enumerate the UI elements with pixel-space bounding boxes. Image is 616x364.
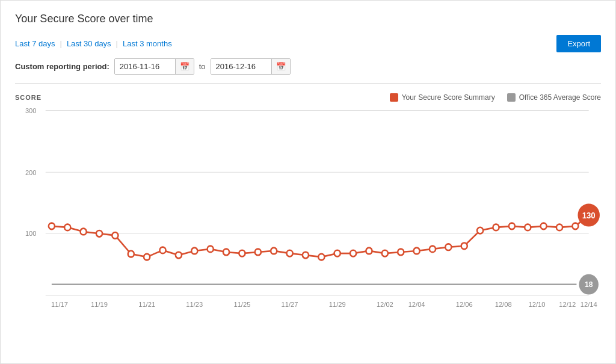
svg-point-11 [112, 232, 118, 239]
score-data-points [49, 223, 579, 261]
svg-text:11/27: 11/27 [282, 300, 298, 307]
page-title: Your Secure Score over time [15, 13, 601, 25]
to-date-input[interactable] [211, 59, 271, 74]
to-date-wrap: 📅 [211, 58, 291, 75]
svg-point-37 [525, 224, 531, 231]
svg-text:12/02: 12/02 [377, 300, 393, 307]
svg-point-15 [176, 252, 182, 259]
legend-your-score: Your Secure Score Summary [390, 93, 495, 102]
export-button[interactable]: Export [556, 35, 601, 52]
time-links: Last 7 days | Last 30 days | Last 3 mont… [15, 39, 172, 48]
chart-area: SCORE Your Secure Score Summary Office 3… [15, 93, 601, 334]
svg-text:11/17: 11/17 [51, 300, 68, 307]
controls-row: Last 7 days | Last 30 days | Last 3 mont… [15, 35, 601, 52]
svg-point-12 [128, 251, 134, 258]
svg-point-7 [49, 223, 55, 230]
svg-point-22 [286, 250, 292, 257]
svg-point-23 [303, 252, 309, 259]
svg-point-27 [366, 248, 372, 254]
main-container: Your Secure Score over time Last 7 days … [0, 0, 616, 364]
legend-avg-score-label: Office 365 Average Score [519, 93, 601, 102]
svg-point-10 [96, 230, 102, 237]
svg-text:12/06: 12/06 [456, 300, 473, 307]
svg-point-30 [414, 248, 420, 254]
svg-point-24 [318, 254, 324, 261]
svg-text:12/14: 12/14 [581, 300, 597, 307]
svg-text:12/04: 12/04 [408, 300, 425, 307]
svg-text:12/08: 12/08 [495, 300, 512, 307]
last-7-days-link[interactable]: Last 7 days [15, 39, 55, 48]
svg-point-16 [191, 248, 197, 254]
svg-point-19 [239, 250, 245, 257]
svg-point-29 [398, 249, 404, 256]
svg-point-35 [493, 224, 499, 231]
svg-text:100: 100 [25, 230, 37, 237]
svg-text:11/23: 11/23 [186, 300, 203, 307]
svg-point-20 [255, 249, 261, 256]
avg-score-value: 18 [585, 280, 593, 289]
svg-point-18 [223, 249, 229, 256]
legend-your-score-dot [390, 93, 398, 102]
svg-point-9 [81, 229, 87, 235]
custom-period-row: Custom reporting period: 📅 to 📅 [15, 58, 601, 75]
svg-text:11/19: 11/19 [91, 300, 108, 307]
svg-point-38 [541, 223, 547, 230]
current-score-value: 130 [582, 211, 596, 220]
svg-point-21 [271, 248, 277, 254]
svg-text:11/25: 11/25 [233, 300, 250, 307]
to-calendar-icon[interactable]: 📅 [271, 59, 290, 74]
from-date-input[interactable] [115, 59, 175, 74]
separator-2: | [116, 39, 118, 48]
svg-point-17 [208, 246, 214, 253]
legend-your-score-label: Your Secure Score Summary [402, 93, 495, 102]
from-calendar-icon[interactable]: 📅 [175, 59, 194, 74]
divider [15, 83, 601, 84]
svg-point-26 [350, 250, 356, 257]
svg-text:12/10: 12/10 [529, 300, 546, 307]
score-chart: 300 200 100 [15, 104, 601, 321]
svg-text:12/12: 12/12 [559, 300, 576, 307]
svg-point-25 [334, 250, 340, 257]
last-3-months-link[interactable]: Last 3 months [123, 39, 172, 48]
custom-period-label: Custom reporting period: [15, 62, 109, 71]
legend-avg-score-dot [507, 93, 516, 102]
svg-point-34 [477, 227, 483, 234]
from-date-wrap: 📅 [114, 58, 194, 75]
legend-avg-score: Office 365 Average Score [507, 93, 601, 102]
score-axis-label: SCORE [15, 94, 42, 101]
chart-header: SCORE Your Secure Score Summary Office 3… [15, 93, 601, 102]
svg-point-40 [572, 223, 578, 230]
svg-text:200: 200 [25, 168, 37, 176]
svg-point-33 [461, 243, 467, 250]
svg-text:11/29: 11/29 [329, 300, 346, 307]
x-axis-labels: 11/17 11/19 11/21 11/23 11/25 11/27 11/2… [51, 300, 597, 307]
svg-point-39 [556, 224, 562, 231]
svg-point-14 [159, 247, 165, 254]
chart-legend: Your Secure Score Summary Office 365 Ave… [390, 93, 601, 102]
svg-point-36 [509, 223, 515, 230]
last-30-days-link[interactable]: Last 30 days [67, 39, 111, 48]
svg-point-8 [64, 224, 70, 231]
to-label: to [199, 62, 206, 71]
svg-point-31 [430, 246, 436, 253]
svg-text:11/21: 11/21 [138, 300, 155, 307]
svg-point-32 [445, 244, 451, 250]
separator-1: | [60, 39, 62, 48]
svg-text:300: 300 [25, 107, 37, 114]
svg-point-13 [144, 254, 150, 261]
svg-point-28 [382, 250, 388, 257]
